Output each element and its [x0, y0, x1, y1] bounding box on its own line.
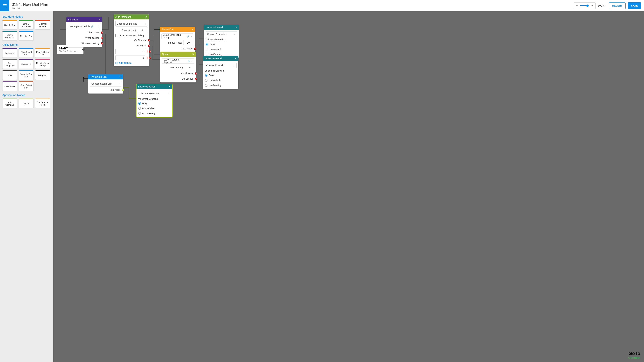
chevron-down-icon: ⌄	[605, 4, 606, 7]
node-title: Leave Voicemail	[138, 85, 155, 88]
radio-unavailable[interactable]: Unavailable	[206, 47, 237, 51]
palette-item[interactable]: Receive Fax	[19, 31, 34, 40]
slider-track[interactable]	[580, 5, 589, 6]
palette-item[interactable]: Password	[19, 59, 34, 69]
node-title: Queue	[162, 53, 169, 55]
canvas[interactable]: START Dial Plan Begins Here Schedule ✕ 9…	[53, 11, 644, 362]
palette-item[interactable]: Auto Attendant	[2, 98, 17, 108]
chevron-down-icon: ⌄	[234, 64, 235, 66]
radio-busy[interactable]: Busy	[138, 102, 170, 105]
palette-item[interactable]: Set Language	[2, 59, 17, 69]
voicemail-node-selected[interactable]: Leave Voicemail ✕ Choose Extension⌄ Voic…	[136, 84, 172, 117]
schedule-node[interactable]: Schedule ✕ 9am-5pm Schedule 🔗 ⌄ When Ope…	[66, 17, 102, 47]
option-input[interactable]	[116, 49, 146, 54]
page-title: 0194: New Dial Plan	[12, 2, 48, 7]
port[interactable]	[148, 44, 150, 47]
palette-item[interactable]: Hang Up	[35, 70, 50, 80]
node-title: Play Sound Clip	[90, 76, 107, 78]
voicemail-node[interactable]: Leave Voicemail ✕ Choose Extension⌄ Voic…	[203, 56, 238, 89]
radio-nogreeting[interactable]: No Greeting	[138, 112, 170, 115]
palette-section-standard: Standard Nodes	[2, 15, 51, 18]
slider-handle[interactable]	[586, 4, 589, 7]
voicemail-node[interactable]: Leave Voicemail ✕ Choose Extension⌄ Voic…	[204, 25, 239, 58]
link-icon[interactable]: 🔗	[188, 60, 190, 62]
queue-node[interactable]: Queue ✕ 1010: Customer Support🔗⌄ Timeout…	[160, 52, 196, 82]
port[interactable]	[101, 31, 103, 34]
port[interactable]	[195, 72, 197, 75]
autoattendant-node[interactable]: Auto Attendant ✕ Choose Sound Clip⌄ Time…	[114, 14, 149, 66]
port[interactable]	[149, 50, 151, 53]
target-select[interactable]: 0150: Small Ring Group🔗⌄	[162, 33, 193, 39]
timeout-input[interactable]	[183, 40, 193, 45]
chevron-down-icon: ⌄	[118, 83, 120, 85]
zoom-slider[interactable]: − +	[574, 2, 596, 9]
timeout-input[interactable]	[184, 65, 194, 70]
radio-unavailable[interactable]: Unavailable	[205, 78, 237, 82]
radio-nogreeting[interactable]: No Greeting	[206, 52, 237, 56]
port[interactable]	[101, 37, 103, 39]
palette-item[interactable]: Stop Detect Fax	[19, 81, 34, 91]
node-title: Leave Voicemail	[205, 57, 222, 60]
close-icon[interactable]: ✕	[145, 15, 147, 18]
close-icon[interactable]: ✕	[235, 26, 237, 29]
close-icon[interactable]: ✕	[168, 85, 170, 88]
close-icon[interactable]: ✕	[234, 57, 237, 60]
link-icon[interactable]: 🔗	[91, 25, 94, 28]
allow-ext-checkbox[interactable]	[116, 34, 118, 37]
zoom-in-icon[interactable]: +	[591, 4, 594, 7]
close-icon[interactable]: ✕	[98, 18, 100, 21]
palette-item[interactable]: Modify Caller ID	[35, 48, 50, 58]
sound-select[interactable]: Choose Sound Clip⌄	[90, 81, 122, 86]
port[interactable]	[194, 48, 196, 50]
chevron-down-icon: ⌄	[97, 25, 99, 28]
palette-item[interactable]: Queue	[19, 98, 34, 108]
menu-button[interactable]	[0, 0, 10, 11]
port[interactable]	[148, 39, 150, 41]
radio-unavailable[interactable]: Unavailable	[138, 107, 170, 110]
port[interactable]	[101, 42, 103, 44]
simpledial-node[interactable]: Simple Dial ✕ 0150: Small Ring Group🔗⌄ T…	[160, 27, 195, 52]
remove-option-icon[interactable]	[147, 56, 148, 59]
radio-nogreeting[interactable]: No Greeting	[205, 83, 237, 87]
close-icon[interactable]: ✕	[191, 28, 193, 31]
close-icon[interactable]: ✕	[120, 76, 122, 78]
port[interactable]	[122, 89, 124, 91]
port[interactable]	[149, 57, 151, 59]
playsound-node[interactable]: Play Sound Clip ✕ Choose Sound Clip⌄ Nex…	[88, 74, 123, 93]
queue-select[interactable]: 1010: Customer Support🔗⌄	[162, 58, 194, 64]
link-icon[interactable]: 🔗	[187, 35, 189, 37]
ext-select[interactable]: Choose Extension⌄	[206, 31, 237, 37]
save-button[interactable]: SAVE	[628, 2, 641, 9]
close-icon[interactable]: ✕	[192, 53, 194, 55]
palette-item[interactable]: Schedule	[2, 48, 17, 58]
radio-busy[interactable]: Busy	[205, 73, 237, 77]
node-title: Simple Dial	[162, 28, 174, 31]
chevron-down-icon: ⌄	[167, 92, 169, 95]
palette-item[interactable]: Line & Voicemail	[19, 20, 34, 29]
palette-item[interactable]: Play Sound Clip	[19, 48, 34, 58]
schedule-select[interactable]: 9am-5pm Schedule 🔗 ⌄	[68, 24, 100, 29]
ext-select[interactable]: Choose Extension⌄	[138, 91, 170, 96]
palette-item[interactable]: Require User Group	[35, 59, 50, 69]
palette-item[interactable]: Simple Dial	[2, 20, 17, 29]
palette-item[interactable]: Detect Fax	[2, 81, 17, 91]
option-input[interactable]	[116, 55, 146, 60]
port[interactable]	[195, 78, 197, 80]
revert-button[interactable]: REVERT	[609, 2, 626, 9]
palette-item[interactable]: Wait	[2, 70, 17, 80]
radio-busy[interactable]: Busy	[206, 42, 237, 46]
palette-item[interactable]: Leave Voicemail	[2, 31, 17, 40]
palette-item[interactable]: Jump to Dial Plan	[19, 70, 34, 80]
add-option-button[interactable]: +Add Option	[116, 62, 147, 64]
palette-item[interactable]: External Number	[35, 20, 50, 29]
timeout-input[interactable]	[137, 28, 147, 33]
palette-item[interactable]: Conference Room	[35, 98, 50, 108]
ext-select[interactable]: Choose Extension⌄	[205, 63, 237, 68]
remove-option-icon[interactable]	[147, 50, 148, 53]
zoom-out-icon[interactable]: −	[576, 4, 578, 7]
chevron-down-icon: ⌄	[190, 35, 192, 37]
sound-select[interactable]: Choose Sound Clip⌄	[116, 21, 147, 26]
start-port[interactable]	[82, 49, 84, 51]
zoom-readout[interactable]: 100% ⌄	[598, 4, 606, 7]
topbar: 0194: New Dial Plan Dial Plan − + 100% ⌄…	[0, 0, 644, 11]
